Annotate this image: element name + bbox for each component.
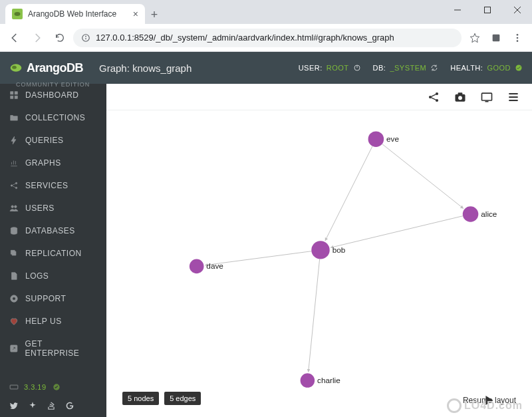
svg-rect-17 (11, 92, 13, 94)
browser-chrome: ArangoDB Web Interface × + 127.0.0.1:852… (0, 0, 532, 52)
edges-badge: 5 edges (164, 392, 201, 405)
graph-node-dave[interactable] (190, 259, 204, 274)
share-icon (9, 181, 19, 190)
google-icon[interactable] (65, 401, 74, 410)
menu-button[interactable] (508, 29, 527, 47)
version-row[interactable]: 3.3.19 (0, 378, 106, 396)
power-icon (353, 64, 361, 72)
logo-text: ArangoDB (27, 61, 83, 75)
svg-point-32 (429, 95, 432, 98)
users-icon (9, 204, 19, 213)
sidebar-item-logs[interactable]: LOGS (0, 265, 106, 287)
sidebar-item-label: SUPPORT (25, 294, 66, 303)
window-maximize-button[interactable] (472, 0, 502, 20)
resume-layout-button[interactable]: Resume layout (463, 396, 516, 405)
svg-point-33 (436, 92, 438, 94)
sidebar-item-label: GET ENTERPRISE (25, 339, 97, 358)
graph-edge[interactable] (309, 259, 320, 372)
graph-edge[interactable] (325, 146, 372, 241)
reload-button[interactable] (51, 29, 69, 47)
graph-node-eve[interactable] (368, 131, 384, 147)
sidebar-item-replication[interactable]: REPLICATION (0, 242, 106, 265)
stackoverflow-icon[interactable] (47, 401, 56, 410)
graph-canvas[interactable]: evealicebobdavecharlie 5 nodes 5 edges R… (118, 116, 523, 410)
sidebar-item-label: QUERIES (25, 136, 64, 145)
sidebar-item-label: COLLECTIONS (25, 113, 85, 122)
sidebar-item-databases[interactable]: DATABASES (0, 219, 106, 242)
svg-point-34 (436, 98, 438, 101)
svg-rect-40 (482, 93, 492, 100)
status-health[interactable]: HEALTH: GOOD (450, 64, 523, 72)
bolt-icon (9, 136, 19, 145)
play-icon (463, 396, 516, 405)
support-icon (9, 294, 19, 303)
svg-line-35 (432, 94, 436, 96)
sidebar-item-services[interactable]: SERVICES (0, 174, 106, 197)
svg-rect-18 (15, 92, 17, 94)
address-bar: 127.0.0.1:8529/_db/_system/_admin/aardva… (0, 24, 532, 52)
graph-edge[interactable] (382, 144, 464, 208)
social-icons (0, 396, 106, 417)
camera-icon[interactable] (454, 90, 467, 104)
svg-point-24 (11, 206, 14, 208)
site-info-icon[interactable] (81, 33, 90, 43)
check-circle-icon (515, 64, 523, 72)
new-tab-button[interactable]: + (145, 5, 164, 24)
svg-point-28 (13, 297, 16, 301)
window-minimize-button[interactable] (442, 0, 472, 20)
svg-rect-19 (11, 96, 13, 98)
tab-title: ArangoDB Web Interface (28, 9, 128, 19)
sidebar-item-collections[interactable]: COLLECTIONS (0, 106, 106, 129)
svg-point-4 (15, 12, 21, 16)
sidebar-item-get-enterprise[interactable]: GET ENTERPRISE (0, 333, 106, 364)
share-icon[interactable] (427, 90, 440, 104)
forward-button[interactable] (28, 29, 47, 47)
fullscreen-icon[interactable] (480, 90, 493, 104)
file-icon (9, 271, 19, 281)
version-text: 3.3.19 (24, 383, 47, 391)
status-user[interactable]: USER: ROOT (299, 64, 361, 72)
hamburger-icon[interactable] (507, 90, 520, 104)
svg-point-11 (517, 40, 519, 42)
graph-edge[interactable] (331, 216, 463, 248)
content: evealicebobdavecharlie 5 nodes 5 edges R… (106, 84, 532, 417)
sidebar-item-support[interactable]: SUPPORT (0, 287, 106, 310)
svg-point-22 (15, 182, 17, 184)
logo-icon (9, 61, 23, 74)
folder-icon (9, 113, 19, 122)
status-db[interactable]: DB: _SYSTEM (373, 64, 439, 72)
sidebar-item-graphs[interactable]: GRAPHS (0, 152, 106, 174)
svg-rect-41 (485, 100, 489, 102)
graph-node-charlie[interactable] (301, 373, 315, 388)
app-header: ArangoDB Graph: knows_graph USER: ROOT D… (0, 52, 532, 84)
page-title: Graph: knows_graph (99, 63, 192, 74)
extension-icon[interactable] (487, 29, 505, 47)
browser-tab[interactable]: ArangoDB Web Interface × (5, 4, 145, 24)
svg-rect-8 (493, 34, 500, 41)
sidebar-item-queries[interactable]: QUERIES (0, 129, 106, 152)
graph-node-bob[interactable] (311, 241, 329, 259)
back-button[interactable] (5, 29, 24, 47)
twitter-icon[interactable] (9, 401, 19, 410)
logo[interactable]: ArangoDB (9, 61, 83, 75)
svg-line-36 (432, 97, 436, 99)
sidebar-item-help-us[interactable]: HELP US (0, 310, 106, 333)
svg-rect-20 (15, 96, 17, 98)
slack-icon[interactable] (28, 401, 37, 410)
graph-node-label: alice (481, 209, 497, 218)
check-circle-icon (52, 382, 61, 392)
star-button[interactable] (466, 29, 484, 47)
graph-node-label: bob (332, 245, 346, 254)
svg-point-23 (15, 187, 17, 188)
sidebar-item-users[interactable]: USERS (0, 197, 106, 219)
url-field[interactable]: 127.0.0.1:8529/_db/_system/_admin/aardva… (73, 29, 462, 47)
edition-label: COMMUNITY EDITION (16, 81, 90, 88)
url-text: 127.0.0.1:8529/_db/_system/_admin/aardva… (96, 33, 394, 43)
graph-stats: 5 nodes 5 edges (122, 392, 201, 405)
graph-node-alice[interactable] (463, 206, 479, 222)
keyboard-icon (9, 382, 19, 392)
svg-point-13 (12, 66, 17, 69)
tab-close-icon[interactable]: × (133, 9, 138, 19)
svg-point-9 (517, 34, 519, 36)
window-close-button[interactable] (502, 0, 532, 20)
